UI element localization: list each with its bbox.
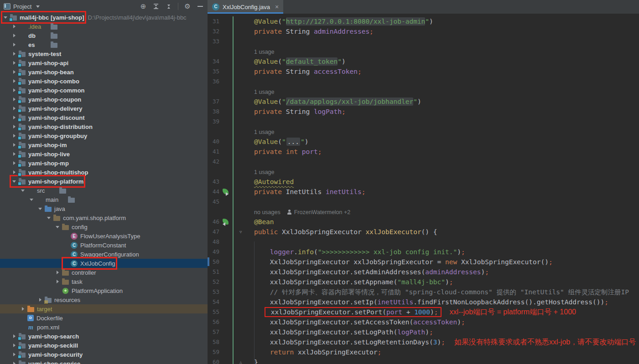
usage-count-inlay[interactable]: 1 usage [254, 169, 274, 175]
code-line-56[interactable]: 56 xxlJobSpringExecutor.setAccessToken(a… [208, 317, 639, 327]
code-line-39[interactable]: 39 [208, 117, 639, 127]
tree-item-com-yami-shop-platform[interactable]: com.yami.shop.platform [0, 213, 208, 222]
tree-item-yami-shop-service[interactable]: yami-shop-service [0, 359, 208, 364]
collapse-all-icon[interactable] [165, 3, 172, 10]
tree-item-yami-shop-platform[interactable]: yami-shop-platform [0, 177, 208, 186]
tree-item-yami-shop-combo[interactable]: yami-shop-combo [0, 77, 208, 86]
usage-count-inlay[interactable]: 1 usage [254, 129, 274, 135]
chevron-collapsed-icon[interactable] [11, 124, 17, 129]
chevron-expanded-icon[interactable] [46, 215, 52, 220]
chevron-collapsed-icon[interactable] [11, 343, 17, 348]
code-line-51[interactable]: 51 xxlJobSpringExecutor.setAdminAddresse… [208, 267, 639, 277]
spring-bean-gutter-icon[interactable] [223, 189, 229, 195]
tree-item-swaggerconfiguration[interactable]: CSwaggerConfiguration [0, 250, 208, 259]
tree-item-xxljobconfig[interactable]: CXxlJobConfig [0, 259, 208, 268]
code-line-60[interactable]: 60△ } [208, 357, 639, 364]
fold-marker-icon[interactable]: ▽ [239, 227, 242, 237]
chevron-collapsed-icon[interactable] [11, 42, 17, 47]
inlay-hint-line[interactable]: no usagesFrozenWatermelon +2 [208, 207, 639, 217]
tree-item-dockerfile[interactable]: DDockerfile [0, 313, 208, 323]
tree-item-yami-shop-delivery[interactable]: yami-shop-delivery [0, 104, 208, 113]
tree-item-target[interactable]: target [0, 304, 208, 313]
inlay-hint-line[interactable]: 1 usage [208, 167, 639, 177]
tree-item-yami-shop-api[interactable]: yami-shop-api [0, 58, 208, 67]
tree-item-src[interactable]: src [0, 186, 208, 195]
close-icon[interactable]: × [275, 3, 279, 10]
code-line-47[interactable]: 47▽ public XxlJobSpringExecutor xxlJobEx… [208, 227, 639, 237]
tree-item-flowuseranalysistype[interactable]: EFlowUserAnalysisType [0, 231, 208, 241]
tree-item-platformconstant[interactable]: CPlatformConstant [0, 241, 208, 250]
tree-item-resources[interactable]: resources [0, 295, 208, 304]
tab-xxljobconfig-java[interactable]: C XxlJobConfig.java × [208, 0, 283, 14]
tree-item-es[interactable]: es [0, 40, 208, 49]
code-line-42[interactable]: 42 [208, 157, 639, 167]
chevron-collapsed-icon[interactable] [11, 69, 17, 75]
code-line-59[interactable]: 59 return xxlJobSpringExecutor; [208, 347, 639, 357]
hide-panel-icon[interactable] [197, 3, 204, 10]
chevron-collapsed-icon[interactable] [11, 142, 17, 148]
tree-item-db[interactable]: db [0, 31, 208, 40]
code-line-48[interactable]: 48 [208, 237, 639, 247]
tree-item-yami-shop-bean[interactable]: yami-shop-bean [0, 67, 208, 77]
tree-item-controller[interactable]: controller [0, 268, 208, 277]
chevron-expanded-icon[interactable] [20, 188, 26, 193]
inlay-hint-line[interactable]: 1 usage [208, 46, 639, 56]
tree-item-yami-shop-im[interactable]: yami-shop-im [0, 140, 208, 149]
code-line-52[interactable]: 52 xxlJobSpringExecutor.setAppname("mall… [208, 277, 639, 287]
code-line-38[interactable]: 38 private String logPath; [208, 107, 639, 117]
code-line-41[interactable]: 41 private int port; [208, 147, 639, 157]
chevron-expanded-icon[interactable] [55, 224, 60, 230]
code-line-35[interactable]: 35 private String accessToken; [208, 67, 639, 77]
code-line-57[interactable]: 57 xxlJobSpringExecutor.setLogPath(logPa… [208, 327, 639, 337]
chevron-collapsed-icon[interactable] [11, 51, 17, 56]
chevron-collapsed-icon[interactable] [11, 106, 17, 111]
chevron-expanded-icon[interactable] [3, 15, 8, 20]
code-line-31[interactable]: 31 @Value("http://127.0.0.1:8080/xxl-job… [208, 16, 639, 26]
chevron-collapsed-icon[interactable] [11, 333, 17, 339]
code-line-32[interactable]: 32 private String adminAddresses; [208, 26, 639, 36]
project-view-dropdown[interactable]: Project [4, 3, 40, 10]
chevron-collapsed-icon[interactable] [11, 151, 17, 157]
tree-item-yami-shop-seckill[interactable]: yami-shop-seckill [0, 341, 208, 350]
code-line-34[interactable]: 34 @Value("default_token") [208, 56, 639, 67]
chevron-collapsed-icon[interactable] [11, 133, 17, 138]
code-line-54[interactable]: 54 xxlJobSpringExecutor.setIp(inetUtils.… [208, 297, 639, 307]
tree-item-task[interactable]: task [0, 277, 208, 286]
chevron-collapsed-icon[interactable] [55, 270, 60, 275]
usage-count-inlay[interactable]: 1 usage [254, 89, 274, 95]
code-line-50[interactable]: 50 XxlJobSpringExecutor xxlJobSpringExec… [208, 257, 639, 267]
chevron-expanded-icon[interactable] [11, 179, 17, 184]
chevron-collapsed-icon[interactable] [55, 279, 60, 284]
tree-item-system-test[interactable]: system-test [0, 49, 208, 58]
chevron-collapsed-icon[interactable] [37, 297, 43, 302]
usage-count-inlay[interactable]: no usages [254, 209, 281, 215]
code-line-53[interactable]: 53 // 针对多网卡、容器内部署等情况，可借助 "spring-cloud-c… [208, 287, 639, 297]
chevron-collapsed-icon[interactable] [20, 306, 26, 312]
tree-item-config[interactable]: config [0, 222, 208, 231]
code-line-49[interactable]: 49 logger.info(">>>>>>>>>>>> xxl-job con… [208, 247, 639, 257]
code-line-43[interactable]: 43 @Autowired [208, 177, 639, 187]
chevron-collapsed-icon[interactable] [11, 160, 17, 166]
code-line-40[interactable]: 40 @Value("...") [208, 137, 639, 147]
tree-item-yami-shop-coupon[interactable]: yami-shop-coupon [0, 95, 208, 104]
chevron-collapsed-icon[interactable] [11, 115, 17, 120]
chevron-collapsed-icon[interactable] [11, 33, 17, 38]
chevron-expanded-icon[interactable] [37, 206, 43, 211]
inlay-hint-line[interactable]: 1 usage [208, 87, 639, 97]
inlay-hint-line[interactable]: 1 usage [208, 127, 639, 137]
fold-marker-icon[interactable]: △ [239, 357, 242, 364]
chevron-collapsed-icon[interactable] [11, 78, 17, 84]
tree-item-platformapplication[interactable]: PlatformApplication [0, 286, 208, 295]
chevron-collapsed-icon[interactable] [11, 361, 17, 364]
tree-item-mall4j-bbc[interactable]: mall4j-bbc [yami-shop]D:\Projects\mall4j… [0, 13, 208, 22]
code-line-37[interactable]: 37 @Value("/data/applogs/xxl-job/jobhand… [208, 97, 639, 107]
chevron-collapsed-icon[interactable] [11, 352, 17, 357]
code-line-46[interactable]: 46 @Bean [208, 217, 639, 227]
chevron-collapsed-icon[interactable] [11, 169, 17, 175]
tree-item-yami-shop-multishop[interactable]: yami-shop-multishop [0, 168, 208, 177]
tree-item-main[interactable]: main [0, 195, 208, 204]
chevron-collapsed-icon[interactable] [11, 87, 17, 93]
code-line-36[interactable]: 36 [208, 77, 639, 87]
tree-item-yami-shop-distribution[interactable]: yami-shop-distribution [0, 122, 208, 131]
tree-item--idea[interactable]: .idea [0, 22, 208, 31]
